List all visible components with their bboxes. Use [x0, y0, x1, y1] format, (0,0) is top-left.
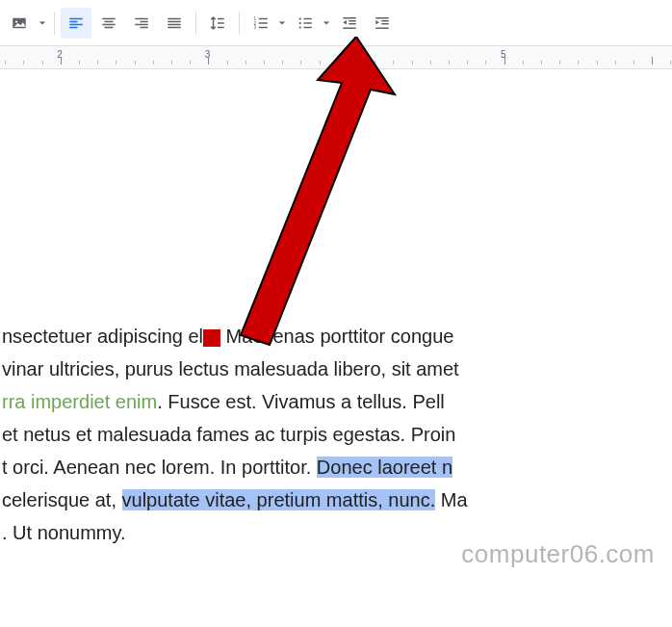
ruler-tick [61, 57, 62, 65]
svg-point-29 [299, 26, 301, 28]
horizontal-ruler[interactable]: 2345 [0, 46, 672, 69]
ruler-tick [227, 61, 228, 65]
ruler-tick [467, 61, 468, 65]
text-run: t orci. Aenean nec lorem. In porttitor. [2, 457, 317, 478]
svg-text:3: 3 [254, 25, 257, 30]
svg-point-27 [299, 17, 301, 19]
bulleted-list-dropdown-icon[interactable] [321, 19, 332, 27]
ruler-tick [5, 61, 6, 65]
ruler-tick [356, 57, 357, 65]
text-line[interactable]: t orci. Aenean nec lorem. In porttitor. … [0, 451, 672, 483]
align-center-button[interactable] [93, 8, 124, 39]
ruler-tick [320, 61, 321, 65]
text-run: nsectetuer adipiscing el [2, 326, 203, 347]
ruler-tick [670, 61, 671, 65]
align-right-button[interactable] [126, 8, 157, 39]
selected-text: Donec laoreet n [317, 457, 452, 478]
ruler-tick [430, 61, 431, 65]
numbered-list-button[interactable]: 123 [246, 8, 276, 39]
text-line[interactable]: rra imperdiet enim. Fusce est. Vivamus a… [0, 385, 672, 418]
ruler-tick [504, 57, 505, 65]
text-line[interactable]: nsectetuer adipiscing el Maecenas portti… [0, 320, 672, 353]
ruler-tick [116, 61, 116, 65]
document-body[interactable]: nsectetuer adipiscing el Maecenas portti… [0, 69, 672, 549]
text-run: Ma [435, 489, 467, 510]
arrow-tip-overlap [203, 329, 220, 347]
align-justify-button[interactable] [159, 8, 190, 39]
text-run: et netus et malesuada fames ac turpis eg… [2, 424, 455, 445]
insert-image-button[interactable] [4, 8, 35, 39]
ruler-tick [23, 61, 24, 65]
image-dropdown-arrow-icon[interactable] [37, 19, 48, 27]
ruler-tick [97, 61, 98, 65]
ruler-tick [559, 61, 560, 65]
increase-indent-button[interactable] [367, 8, 398, 39]
ruler-tick [633, 61, 634, 65]
ruler-tick [171, 61, 172, 65]
text-line[interactable]: et netus et malesuada fames ac turpis eg… [0, 418, 672, 451]
text-line[interactable]: vinar ultricies, purus lectus malesuada … [0, 353, 672, 385]
ruler-tick [578, 61, 579, 65]
ruler-tick [153, 61, 154, 65]
ruler-tick [300, 61, 301, 65]
formatting-toolbar: 123 [0, 0, 672, 46]
text-line[interactable]: . Ut nonummy. [0, 516, 672, 549]
ruler-tick [393, 61, 394, 65]
ruler-tick [615, 61, 616, 65]
ruler-tick [282, 61, 283, 65]
decrease-indent-button[interactable] [334, 8, 365, 39]
svg-point-1 [15, 20, 17, 22]
ruler-tick [597, 61, 598, 65]
text-run: . Ut nonummy. [2, 522, 126, 543]
selected-text: vulputate vitae, pretium mattis, nunc. [122, 489, 436, 510]
align-left-button[interactable] [61, 8, 91, 39]
text-run: Maecenas porttitor congue [220, 326, 453, 347]
ruler-tick [79, 61, 80, 65]
toolbar-separator [195, 12, 196, 35]
ruler-tick [42, 61, 43, 65]
text-run: vinar ultricies, purus lectus malesuada … [2, 358, 459, 379]
hyperlink-text[interactable]: rra imperdiet enim [2, 391, 157, 412]
ruler-tick [523, 61, 524, 65]
ruler-tick [338, 61, 339, 65]
ruler-tick [246, 61, 246, 65]
bulleted-list-button[interactable] [290, 8, 321, 39]
toolbar-separator [54, 12, 55, 35]
text-line[interactable]: celerisque at, vulputate vitae, pretium … [0, 483, 672, 516]
ruler-tick [375, 61, 375, 65]
ruler-tick [449, 61, 450, 65]
ruler-tick [135, 61, 136, 65]
text-run: celerisque at, [2, 489, 122, 510]
ruler-tick [412, 61, 413, 65]
ruler-tick [541, 61, 542, 65]
toolbar-separator [239, 12, 240, 35]
ruler-tick [190, 61, 191, 65]
line-spacing-button[interactable] [202, 8, 233, 39]
text-run: . Fusce est. Vivamus a tellus. Pell [157, 391, 445, 412]
ruler-tick [264, 61, 265, 65]
ruler-tick [208, 57, 209, 65]
svg-point-28 [299, 21, 301, 23]
ruler-tick [652, 57, 653, 65]
ruler-tick [485, 61, 486, 65]
numbered-list-dropdown-icon[interactable] [276, 19, 288, 27]
